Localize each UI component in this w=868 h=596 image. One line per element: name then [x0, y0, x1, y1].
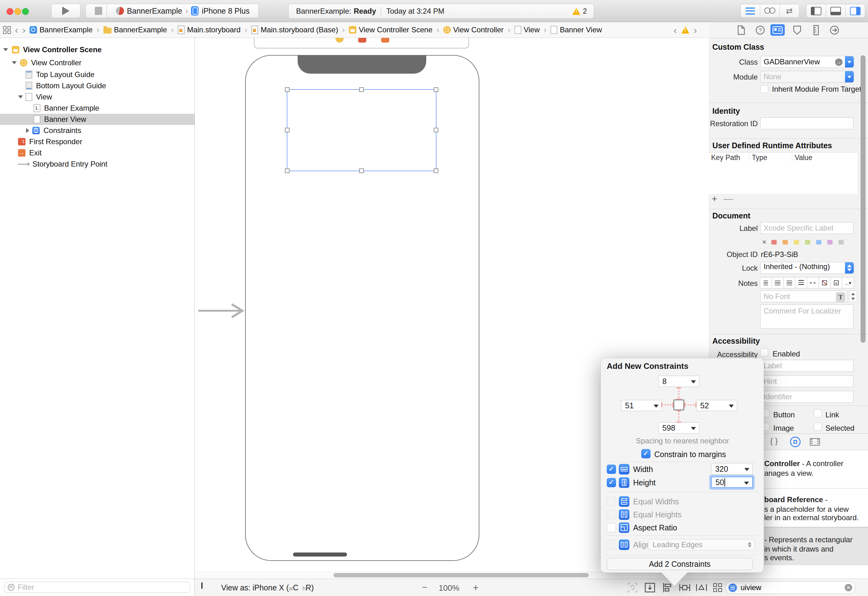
media-library-tab[interactable] — [810, 438, 820, 446]
back-button[interactable]: ‹ — [15, 25, 18, 35]
more-formats-button[interactable]: ...▾ — [842, 277, 854, 288]
resize-handle[interactable] — [285, 169, 289, 173]
outline-row-view[interactable]: View — [0, 91, 195, 102]
version-editor-button[interactable]: ⇄ — [779, 4, 799, 18]
align-edges-select[interactable]: Leading Edges — [648, 539, 755, 550]
leading-spacing-field[interactable]: 51 — [621, 400, 662, 411]
width-checkbox[interactable] — [607, 464, 616, 474]
outline-filter-input[interactable] — [17, 583, 187, 592]
library-search-field[interactable]: ✕ — [725, 581, 856, 594]
trait-selected-checkbox[interactable] — [813, 423, 822, 431]
equal-widths-checkbox[interactable] — [607, 497, 616, 506]
font-size-stepper[interactable] — [849, 291, 857, 302]
color-orange-swatch[interactable] — [782, 240, 788, 244]
accessibility-identifier-field[interactable] — [760, 391, 853, 403]
zoom-level[interactable]: 100% — [438, 583, 459, 593]
outline-row-first-responder[interactable]: First Responder — [0, 136, 195, 147]
runtime-attributes-table[interactable] — [709, 163, 858, 194]
zoom-in-button[interactable]: + — [473, 582, 479, 593]
color-gray-swatch[interactable] — [838, 240, 844, 244]
close-window-button[interactable] — [6, 8, 13, 15]
minimize-window-button[interactable] — [14, 8, 21, 15]
dashes-icon[interactable] — [807, 277, 819, 288]
remove-attribute-button[interactable]: — — [723, 194, 733, 204]
color-red-swatch[interactable] — [771, 240, 776, 244]
tab-size-inspector[interactable] — [809, 24, 824, 36]
height-value-field[interactable]: 50 — [711, 477, 753, 488]
toggle-navigator-button[interactable] — [806, 4, 826, 18]
library-item-text[interactable]: s a placeholder for a view — [764, 505, 849, 514]
tab-connections-inspector[interactable] — [827, 24, 841, 36]
outline-row-entry-point[interactable]: ⟶ Storyboard Entry Point — [0, 158, 195, 170]
resize-handle[interactable] — [285, 128, 289, 132]
color-purple-swatch[interactable] — [827, 240, 833, 244]
view-as-device-icon[interactable] — [201, 583, 202, 589]
library-item-text[interactable]: board Reference - — [764, 495, 828, 504]
breadcrumb-banner-view[interactable]: Banner View — [551, 25, 602, 34]
resize-handle[interactable] — [434, 169, 438, 173]
dropdown-arrow-icon[interactable] — [654, 405, 658, 408]
trailing-spacing-field[interactable]: 52 — [696, 400, 737, 411]
spacing-beams-diagram[interactable] — [658, 385, 699, 425]
library-grid-button[interactable] — [711, 582, 725, 593]
doc-label-input[interactable] — [760, 222, 853, 234]
zoom-out-button[interactable]: − — [422, 582, 428, 593]
font-input[interactable] — [760, 291, 835, 302]
accessibility-identifier-input[interactable] — [760, 391, 853, 402]
warning-icon[interactable] — [681, 27, 689, 34]
outline-row-top-layout-guide[interactable]: Top Layout Guide — [0, 69, 195, 80]
outline-row-banner-view[interactable]: Banner View — [0, 114, 195, 125]
first-responder-icon[interactable] — [358, 38, 366, 43]
breadcrumb-scene[interactable]: View Controller Scene — [349, 25, 433, 34]
doc-label-field[interactable] — [760, 222, 853, 234]
no-fill-icon[interactable] — [819, 277, 831, 288]
clear-color-button[interactable]: × — [762, 238, 766, 246]
issues-badge[interactable]: 2 — [572, 7, 587, 16]
class-dropdown-button[interactable] — [845, 56, 854, 67]
tab-file-inspector[interactable] — [734, 24, 748, 36]
tab-identity-inspector[interactable] — [771, 24, 785, 36]
align-left-icon[interactable] — [760, 277, 772, 288]
run-button[interactable] — [51, 4, 80, 18]
accessibility-label-input[interactable] — [760, 360, 853, 371]
text-attr-icon[interactable]: a — [830, 277, 843, 288]
update-frames-button[interactable] — [626, 582, 639, 593]
width-value-field[interactable]: 320 — [711, 463, 753, 475]
module-input[interactable] — [760, 71, 843, 82]
localizer-comment-textarea[interactable] — [760, 305, 853, 329]
constrain-to-margins-checkbox[interactable] — [641, 449, 651, 458]
next-issue-button[interactable]: › — [694, 25, 697, 35]
toggle-debug-area-button[interactable] — [826, 4, 846, 18]
breadcrumb-project[interactable]: BannerExample — [30, 25, 93, 34]
height-checkbox[interactable] — [607, 478, 616, 487]
accessibility-hint-field[interactable] — [760, 376, 853, 387]
dropdown-arrow-icon[interactable] — [691, 427, 696, 430]
lock-popup[interactable]: Inherited - (Nothing) — [760, 262, 854, 274]
forward-button[interactable]: › — [22, 25, 26, 35]
disclosure-down-icon[interactable] — [12, 61, 17, 64]
outline-row-scene[interactable]: View Controller Scene — [0, 44, 195, 55]
align-checkbox[interactable] — [607, 540, 616, 549]
disclosure-right-icon[interactable] — [26, 128, 29, 133]
disclosure-down-icon[interactable] — [3, 48, 8, 51]
related-items-icon[interactable] — [3, 26, 11, 34]
color-yellow-swatch[interactable] — [794, 240, 799, 244]
color-blue-swatch[interactable] — [816, 240, 821, 244]
outline-filter-field[interactable] — [4, 582, 190, 593]
accessibility-enabled-checkbox[interactable] — [760, 348, 768, 356]
module-dropdown-button[interactable] — [845, 71, 854, 82]
view-as-label[interactable]: View as: iPhone X (wC hR) — [221, 583, 314, 592]
color-green-swatch[interactable] — [805, 240, 810, 244]
library-search-input[interactable] — [740, 583, 841, 592]
previous-issue-button[interactable]: ‹ — [673, 25, 677, 35]
outline-row-exit[interactable]: → Exit — [0, 147, 195, 158]
dropdown-arrow-icon[interactable] — [729, 405, 734, 408]
font-panel-button[interactable]: T — [836, 293, 845, 302]
breadcrumb-view-controller[interactable]: View Controller — [443, 25, 503, 34]
inspector-scrollbar-thumb[interactable] — [861, 55, 865, 343]
resize-handle[interactable] — [359, 169, 364, 173]
restoration-id-input[interactable] — [760, 118, 853, 129]
object-library-tab[interactable] — [790, 436, 801, 447]
view-controller-icon[interactable] — [335, 38, 344, 43]
library-item-text[interactable]: anages a view. — [764, 469, 813, 478]
